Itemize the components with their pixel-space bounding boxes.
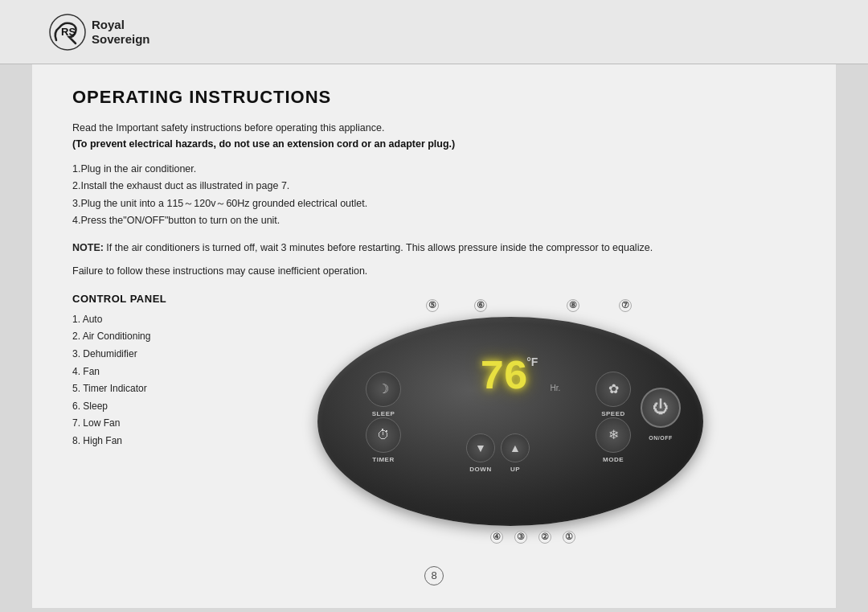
instruction-3: 3.Plug the unit into a 115～120v～60Hz gro… [72,195,796,212]
instructions: 1.Plug in the air conditioner. 2.Install… [72,161,796,229]
list-item: 7. Low Fan [72,415,201,433]
control-panel-section: CONTROL PANEL 1. Auto 2. Air Conditionin… [72,293,796,550]
temp-display: 76 [480,357,526,399]
mode-label: MODE [603,456,624,463]
speed-label: SPEED [601,410,625,417]
note-label: NOTE: [72,242,104,253]
list-item: 6. Sleep [72,398,201,416]
down-icon: ▼ [475,442,486,454]
fan-icon: ✿ [608,381,619,396]
up-icon: ▲ [510,442,521,454]
onoff-button[interactable]: ⏻ ON/OFF [641,388,681,428]
moon-icon: ☽ [378,381,389,396]
callout-2: ② [538,531,551,544]
note-body: If the air conditioners is turned off, w… [104,242,653,253]
instruction-1: 1.Plug in the air conditioner. [72,161,796,178]
note-text: NOTE: If the air conditioners is turned … [72,240,796,256]
down-label: DOWN [469,466,491,473]
page-number-container: 8 [72,566,796,585]
power-icon: ⏻ [653,398,669,417]
up-label: UP [510,466,520,473]
list-item: 8. High Fan [72,433,201,450]
callout-5: ⑤ [426,299,439,312]
callout-4: ④ [490,531,503,544]
speed-button[interactable]: ✿ SPEED [596,372,631,407]
control-panel-oval: 76 °F Hr. ☽ SLEEP ⏱ TIMER [317,317,703,526]
main-content: OPERATING INSTRUCTIONS Read the Importan… [32,64,836,608]
instruction-4: 4.Press the"ON/OFF"button to turn on the… [72,212,796,229]
diagram-container: ⑤ ⑥ ⑧ ⑦ 76 °F Hr. ☽ [225,293,796,550]
warning-text: (To prevent electrical hazards, do not u… [72,138,796,150]
snowflake-icon: ❄ [608,427,619,442]
logo-text: Royal Sovereign [92,18,150,47]
page-title: OPERATING INSTRUCTIONS [72,87,796,108]
callout-7: ⑦ [619,299,632,312]
down-button[interactable]: ▼ DOWN [466,433,495,462]
panel-wrapper: 76 °F Hr. ☽ SLEEP ⏱ TIMER [317,317,703,526]
temp-unit: °F [526,355,538,368]
control-panel-list: 1. Auto 2. Air Conditioning 3. Dehumidif… [72,311,201,450]
list-item: 4. Fan [72,364,201,381]
display-area: 76 °F Hr. [480,357,542,399]
list-item: 2. Air Conditioning [72,328,201,346]
instruction-2: 2.Install the exhaust duct as illustrate… [72,178,796,195]
up-button[interactable]: ▲ UP [501,433,530,462]
intro-text: Read the Important safety instructions b… [72,122,796,133]
callout-3: ③ [514,531,527,544]
logo: RS Royal Sovereign [48,13,150,51]
logo-line2: Sovereign [92,32,150,47]
mode-button[interactable]: ❄ MODE [596,417,631,453]
diagram-wrapper: ⑤ ⑥ ⑧ ⑦ 76 °F Hr. ☽ [301,293,719,550]
list-item: 5. Timer Indicator [72,380,201,398]
callout-1: ① [563,531,575,544]
control-panel-title: CONTROL PANEL [72,293,201,305]
list-item: 3. Dehumidifier [72,346,201,364]
hr-label: Hr. [551,384,561,392]
clock-icon: ⏱ [377,428,390,442]
logo-line1: Royal [92,18,150,32]
callout-6: ⑥ [474,299,487,312]
callout-8: ⑧ [567,299,579,312]
sleep-label: SLEEP [372,410,395,417]
timer-label: TIMER [372,456,394,463]
svg-text:RS: RS [61,26,76,38]
list-item: 1. Auto [72,311,201,329]
control-panel-left: CONTROL PANEL 1. Auto 2. Air Conditionin… [72,293,201,450]
failure-text: Failure to follow these instructions may… [72,265,796,277]
top-bar: RS Royal Sovereign [0,0,868,64]
timer-button[interactable]: ⏱ TIMER [366,417,401,453]
sleep-button[interactable]: ☽ SLEEP [366,372,401,407]
page-number: 8 [424,566,444,585]
onoff-label: ON/OFF [649,435,672,441]
rs-logo-icon: RS [48,13,87,51]
